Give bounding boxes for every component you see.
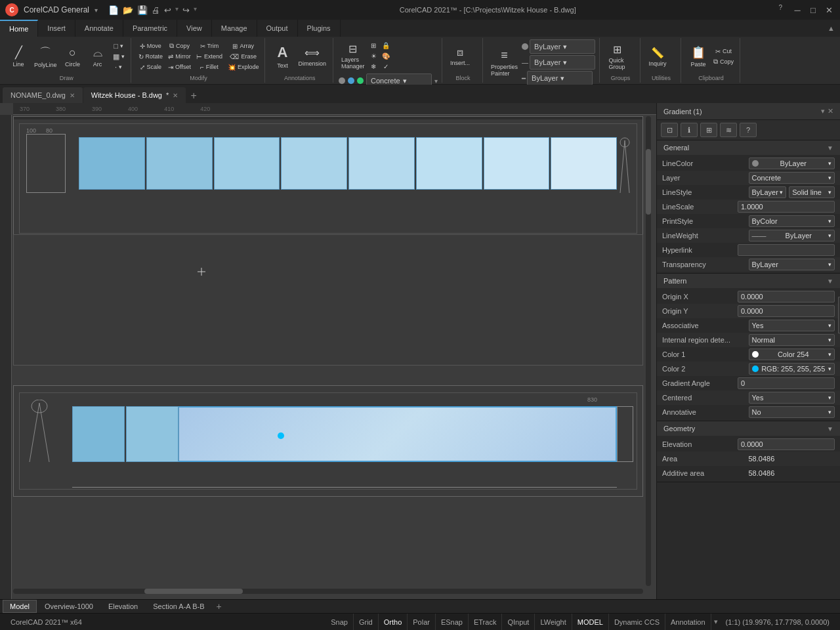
open-btn[interactable]: 📂	[123, 5, 133, 15]
status-esnap[interactable]: ESnap	[436, 614, 469, 630]
linestyle-dropdown2[interactable]: Solid line ▾	[789, 186, 835, 198]
transparency-dropdown[interactable]: ByLayer ▾	[749, 259, 835, 270]
tab-output[interactable]: Output	[257, 20, 298, 37]
props-tab-select[interactable]: ⊡	[661, 123, 678, 137]
close-noname-btn[interactable]: ✕	[70, 92, 75, 99]
status-lweight[interactable]: LWeight	[535, 614, 572, 630]
internalregion-dropdown[interactable]: Normal ▾	[749, 334, 835, 346]
minimize-btn[interactable]: ─	[791, 4, 803, 16]
dropdown-arrow[interactable]: ▾	[94, 7, 98, 14]
sheet-tab-model[interactable]: Model	[3, 600, 37, 613]
tab-insert[interactable]: Insert	[38, 20, 75, 37]
maximize-btn[interactable]: □	[807, 4, 819, 16]
status-dynamic-ccs[interactable]: Dynamic CCS	[609, 614, 665, 630]
tab-manage[interactable]: Manage	[212, 20, 257, 37]
props-close-btn[interactable]: ✕	[828, 107, 833, 116]
tab-plugins[interactable]: Plugins	[298, 20, 341, 37]
mirror-btn[interactable]: ⇌Mirror	[166, 51, 193, 62]
props-tab-info[interactable]: ℹ	[681, 123, 698, 137]
lineweight-dropdown[interactable]: ByLayer ▾	[527, 71, 593, 85]
originy-input[interactable]	[738, 305, 835, 317]
properties-btn[interactable]: ≡ PropertiesPainter	[488, 46, 520, 79]
array-btn[interactable]: ⊞Array	[226, 41, 261, 51]
lineweight-dropdown[interactable]: —— ByLayer ▾	[749, 230, 835, 242]
linestyle-dropdown1[interactable]: ByLayer ▾	[749, 186, 787, 198]
status-dropdown-btn[interactable]: ▾	[711, 618, 721, 626]
scrollbar-thumb-h[interactable]	[144, 589, 243, 594]
gradient-angle-input[interactable]	[738, 377, 835, 389]
scrollbar-vertical[interactable]	[646, 116, 651, 586]
linecolor-dropdown[interactable]: ByLayer ▾	[749, 158, 835, 169]
scrollbar-horizontal[interactable]	[13, 589, 643, 594]
status-grid[interactable]: Grid	[354, 614, 379, 630]
trim-btn[interactable]: ✂Trim	[194, 41, 224, 51]
layer-color-btn[interactable]: 🎨	[380, 51, 392, 61]
props-tab-tree[interactable]: ⊞	[700, 123, 717, 137]
props-section-pattern-header[interactable]: Pattern ▼	[657, 274, 840, 288]
originx-input[interactable]	[738, 291, 835, 303]
tab-parametric[interactable]: Parametric	[123, 20, 177, 37]
add-sheet-tab-btn[interactable]: +	[212, 600, 225, 613]
rotate-btn[interactable]: ↻Rotate	[136, 51, 165, 62]
sheet-tab-overview[interactable]: Overview-1000	[37, 600, 100, 613]
doc-tab-noname[interactable]: NONAME_0.dwg ✕	[3, 87, 83, 103]
layer-match-btn[interactable]: ✓	[380, 61, 392, 72]
polyline-tool-btn[interactable]: ⌒ PolyLine	[32, 40, 60, 73]
scale-btn[interactable]: ⤢Scale	[136, 62, 165, 72]
canvas-area[interactable]: 370 380 390 400 410 420	[0, 103, 656, 599]
arc-tool-btn[interactable]: ⌓ Arc	[86, 40, 110, 73]
tab-view[interactable]: View	[177, 20, 212, 37]
props-section-general-header[interactable]: General ▼	[657, 140, 840, 155]
new-file-btn[interactable]: 📄	[108, 5, 119, 15]
layer-on-btn[interactable]: ☀	[369, 51, 379, 61]
selected-gradient-cell[interactable]	[178, 406, 617, 462]
dimension-tool-btn[interactable]: ⟺ Dimension	[295, 40, 329, 73]
tab-annotate[interactable]: Annotate	[75, 20, 123, 37]
close-btn[interactable]: ✕	[823, 4, 835, 16]
extend-btn[interactable]: ⊢Extend	[194, 51, 224, 62]
fillet-btn[interactable]: ⌐Fillet	[194, 62, 224, 72]
status-polar[interactable]: Polar	[408, 614, 436, 630]
sheet-tab-elevation[interactable]: Elevation	[101, 600, 145, 613]
props-tab-help[interactable]: ?	[740, 123, 757, 137]
status-ortho[interactable]: Ortho	[379, 614, 408, 630]
associative-dropdown[interactable]: Yes ▾	[749, 320, 835, 331]
offset-btn[interactable]: ⇥Offset	[166, 62, 193, 72]
centered-dropdown[interactable]: Yes ▾	[749, 392, 835, 404]
linetype-dropdown[interactable]: ByLayer ▾	[530, 55, 595, 70]
insert-btn[interactable]: ⧈ Insert...	[448, 40, 472, 73]
redo-btn[interactable]: ↪	[182, 5, 190, 15]
help-btn[interactable]: ?	[778, 4, 782, 16]
quick-group-btn[interactable]: ⊞ QuickGroup	[605, 40, 629, 73]
props-dropdown-btn[interactable]: ▾	[821, 107, 825, 116]
paste-btn[interactable]: 📋 Paste	[686, 40, 710, 73]
point-btn[interactable]: · ▾	[111, 62, 127, 72]
layer-lock-btn[interactable]: 🔒	[380, 40, 392, 51]
add-doc-tab-btn[interactable]: +	[186, 89, 201, 103]
printstyle-dropdown[interactable]: ByColor ▾	[749, 215, 835, 227]
copy-btn[interactable]: ⧉Copy	[166, 41, 193, 51]
undo-btn[interactable]: ↩	[164, 5, 171, 15]
props-tab-filter[interactable]: ≋	[720, 123, 737, 137]
move-btn[interactable]: ✛Move	[136, 41, 165, 51]
text-tool-btn[interactable]: A Text	[270, 40, 294, 73]
cut-btn[interactable]: ✂Cut	[711, 46, 736, 56]
elevation-input[interactable]	[738, 438, 835, 450]
explode-btn[interactable]: 💥Explode	[226, 62, 261, 72]
sheet-tab-section[interactable]: Section A-A B-B	[146, 600, 211, 613]
color1-dropdown[interactable]: Color 254 ▾	[749, 348, 835, 360]
line-tool-btn[interactable]: ╱ Line	[7, 40, 30, 73]
color2-dropdown[interactable]: RGB: 255, 255, 255 ▾	[749, 363, 835, 375]
inquiry-btn[interactable]: 📏 Inquiry	[646, 40, 669, 73]
status-annotation[interactable]: Annotation	[665, 614, 711, 630]
scrollbar-thumb-v[interactable]	[646, 149, 651, 215]
tab-home[interactable]: Home	[0, 20, 38, 37]
status-etrack[interactable]: ETrack	[469, 614, 502, 630]
status-model[interactable]: MODEL	[572, 614, 609, 630]
save-btn[interactable]: 💾	[137, 5, 148, 15]
layer-prop-dropdown[interactable]: Concrete ▾	[749, 172, 835, 184]
layer-props-btn[interactable]: ⊞	[369, 40, 379, 51]
hyperlink-input[interactable]	[738, 244, 835, 256]
color-dropdown[interactable]: ByLayer ▾	[530, 39, 595, 54]
circle-tool-btn[interactable]: ○ Circle	[61, 40, 85, 73]
